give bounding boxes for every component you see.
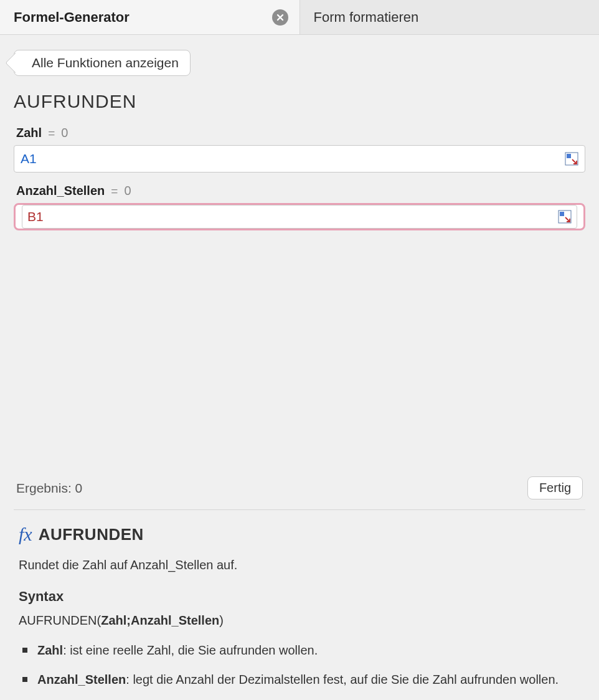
tab-label: Form formatieren [314, 9, 419, 26]
param-input-wrap-focused [14, 203, 585, 230]
doc-arg-name: Anzahl_Stellen [37, 673, 126, 686]
doc-signature: AUFRUNDEN(Zahl;Anzahl_Stellen) [19, 613, 580, 628]
svg-rect-1 [567, 154, 571, 158]
tab-bar: Formel-Generator Form formatieren [0, 0, 599, 35]
doc-arg-desc: : ist eine reelle Zahl, die Sie aufrunde… [63, 643, 318, 657]
param-label-row: Anzahl_Stellen = 0 [14, 184, 585, 198]
sig-prefix: AUFRUNDEN( [19, 613, 101, 627]
doc-description: Rundet die Zahl auf Anzahl_Stellen auf. [19, 556, 580, 574]
fx-icon: fx [19, 524, 32, 545]
done-button[interactable]: Fertig [527, 476, 583, 499]
tab-format-shape[interactable]: Form formatieren [300, 0, 600, 34]
close-icon[interactable] [272, 9, 288, 26]
doc-arg-item: Anzahl_Stellen: legt die Anzahl der Dezi… [21, 671, 580, 689]
param-input-zahl[interactable] [21, 151, 565, 166]
sig-args: Zahl;Anzahl_Stellen [101, 613, 219, 627]
equals-sign: = [111, 184, 118, 198]
param-name: Anzahl_Stellen [16, 184, 105, 198]
param-preview-value: 0 [124, 184, 131, 198]
param-name: Zahl [16, 126, 42, 140]
equals-sign: = [48, 126, 55, 140]
doc-arg-desc: : legt die Anzahl der Dezimalstellen fes… [126, 673, 559, 686]
doc-arg-name: Zahl [37, 643, 63, 657]
param-preview-value: 0 [61, 126, 68, 140]
breadcrumb-label: Alle Funktionen anzeigen [32, 55, 179, 70]
function-title: AUFRUNDEN [14, 91, 585, 112]
doc-func-name: AUFRUNDEN [39, 525, 144, 544]
svg-rect-3 [560, 212, 564, 216]
sig-suffix: ) [219, 613, 224, 627]
range-picker-icon[interactable] [565, 152, 578, 166]
range-picker-icon[interactable] [558, 210, 572, 224]
function-help: fx AUFRUNDEN Rundet die Zahl auf Anzahl_… [14, 510, 585, 700]
result-label: Ergebnis: [16, 481, 72, 495]
param-row: Anzahl_Stellen = 0 [14, 184, 585, 230]
result-value: 0 [75, 481, 83, 495]
doc-arg-list: Zahl: ist eine reelle Zahl, die Sie aufr… [19, 641, 580, 689]
result-row: Ergebnis: 0 Fertig [14, 471, 585, 510]
param-row: Zahl = 0 [14, 126, 585, 173]
tab-formula-generator[interactable]: Formel-Generator [0, 0, 300, 34]
doc-arg-item: Zahl: ist eine reelle Zahl, die Sie aufr… [21, 641, 580, 660]
param-label-row: Zahl = 0 [14, 126, 585, 140]
param-input-anzahl-stellen[interactable] [27, 209, 558, 224]
param-input-wrap [14, 145, 585, 173]
formula-panel: Alle Funktionen anzeigen AUFRUNDEN Zahl … [0, 35, 599, 700]
syntax-heading: Syntax [19, 589, 580, 605]
breadcrumb-back[interactable]: Alle Funktionen anzeigen [14, 50, 191, 76]
tab-label: Formel-Generator [14, 9, 130, 26]
